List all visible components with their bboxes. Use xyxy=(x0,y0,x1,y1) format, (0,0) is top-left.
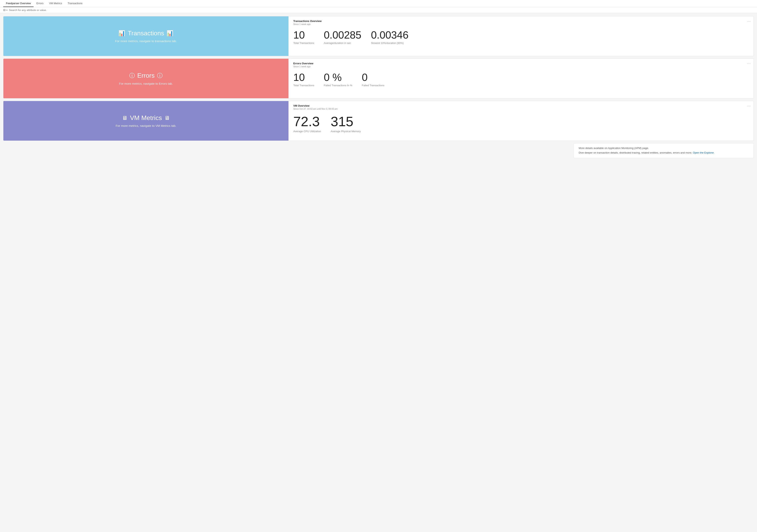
metric-avg-duration: 0.00285 Average/duration in sec xyxy=(324,29,361,44)
errors-subtitle: For more metrics, navigate to Errors tab… xyxy=(119,82,173,85)
filter-icon: ⊟ ▾ xyxy=(3,8,7,12)
main-content: 📊 Transactions 📊 For more metrics, navig… xyxy=(0,13,757,162)
slowest-duration-label: Slowest 10%/duration (90%) xyxy=(371,42,409,44)
vm-panel-title: 🖥 VM Metrics 🖥 xyxy=(122,114,170,122)
metric-total-transactions: 10 Total Transactions xyxy=(293,29,314,44)
transactions-since: Since 1 week ago xyxy=(293,23,749,25)
metric-errors-total: 10 Total Transactions xyxy=(293,72,314,87)
transactions-more-options[interactable]: ··· xyxy=(747,19,751,23)
errors-panel-header: Errors Overview Since 1 week ago xyxy=(293,62,749,68)
transactions-overview-title: Transactions Overview xyxy=(293,19,749,22)
errors-icon-left: ⓘ xyxy=(129,72,135,79)
vm-more-options[interactable]: ··· xyxy=(747,104,751,108)
memory-label: Average Physical Memory xyxy=(331,130,361,133)
tab-feedparser-overview[interactable]: Feedparser Overview xyxy=(3,0,34,7)
transactions-icon-right: 📊 xyxy=(167,30,173,37)
footer-area: More details available on Application Mo… xyxy=(3,143,754,158)
vm-since: Since Oct 27, 10:43 am until Nov 3, 09:4… xyxy=(293,108,749,110)
transactions-icon-left: 📊 xyxy=(118,30,125,37)
memory-value: 315 xyxy=(331,114,361,129)
errors-more-options[interactable]: ··· xyxy=(747,62,751,66)
vm-left-panel: 🖥 VM Metrics 🖥 For more metrics, navigat… xyxy=(3,101,288,141)
transactions-panel-title: 📊 Transactions 📊 xyxy=(118,30,173,37)
nav-tabs: Feedparser Overview Errors VM Metrics Tr… xyxy=(3,0,85,7)
transactions-left-panel: 📊 Transactions 📊 For more metrics, navig… xyxy=(3,16,288,56)
transactions-metrics: 10 Total Transactions 0.00285 Average/du… xyxy=(293,29,749,44)
slowest-duration-value: 0.00346 xyxy=(371,29,409,41)
vm-panel-header: VM Overview Since Oct 27, 10:43 am until… xyxy=(293,104,749,110)
transactions-section: 📊 Transactions 📊 For more metrics, navig… xyxy=(3,16,754,56)
vm-icon-right: 🖥 xyxy=(164,115,170,121)
errors-left-panel: ⓘ Errors ⓘ For more metrics, navigate to… xyxy=(3,59,288,98)
tab-transactions[interactable]: Transactions xyxy=(65,0,85,7)
transactions-panel-header: Transactions Overview Since 1 week ago xyxy=(293,19,749,25)
top-navigation: Feedparser Overview Errors VM Metrics Tr… xyxy=(0,0,757,7)
avg-duration-value: 0.00285 xyxy=(324,29,361,41)
vm-icon-left: 🖥 xyxy=(122,115,128,121)
errors-total-value: 10 xyxy=(293,72,314,83)
total-transactions-label: Total Transactions xyxy=(293,42,314,44)
cpu-value: 72.3 xyxy=(293,114,321,129)
filter-bar: ⊟ ▾ xyxy=(0,7,757,13)
transactions-right-panel: ··· Transactions Overview Since 1 week a… xyxy=(288,16,754,56)
transactions-subtitle: For more metrics, navigate to transactio… xyxy=(115,39,177,43)
search-input[interactable] xyxy=(9,9,754,12)
footer-line1: More details available on Application Mo… xyxy=(579,147,749,150)
open-explorer-link[interactable]: Open the Explorer. xyxy=(693,151,714,154)
avg-duration-label: Average/duration in sec xyxy=(324,42,361,44)
tab-errors[interactable]: Errors xyxy=(34,0,46,7)
footer-spacer xyxy=(3,143,288,158)
footer-section: More details available on Application Mo… xyxy=(574,143,754,158)
vm-section: 🖥 VM Metrics 🖥 For more metrics, navigat… xyxy=(3,101,754,141)
metric-cpu: 72.3 Average CPU Utilization xyxy=(293,114,321,133)
metric-failed-transactions: 0 Failed Transactions xyxy=(362,72,384,87)
errors-total-label: Total Transactions xyxy=(293,84,314,87)
failed-pct-value: 0 % xyxy=(324,72,352,83)
errors-right-panel: ··· Errors Overview Since 1 week ago 10 … xyxy=(288,59,754,98)
failed-transactions-label: Failed Transactions xyxy=(362,84,384,87)
vm-overview-title: VM Overview xyxy=(293,104,749,107)
vm-right-panel: ··· VM Overview Since Oct 27, 10:43 am u… xyxy=(288,101,754,141)
metric-slowest-duration: 0.00346 Slowest 10%/duration (90%) xyxy=(371,29,409,44)
vm-subtitle: For more metrics, navigate to VM Metrics… xyxy=(116,124,176,128)
failed-transactions-value: 0 xyxy=(362,72,384,83)
cpu-label: Average CPU Utilization xyxy=(293,130,321,133)
errors-metrics: 10 Total Transactions 0 % Failed Transac… xyxy=(293,72,749,87)
errors-section: ⓘ Errors ⓘ For more metrics, navigate to… xyxy=(3,59,754,99)
errors-since: Since 1 week ago xyxy=(293,65,749,68)
vm-metrics: 72.3 Average CPU Utilization 315 Average… xyxy=(293,114,749,133)
errors-panel-title: ⓘ Errors ⓘ xyxy=(129,72,163,79)
footer-line2: Dive deeper on transaction details, dist… xyxy=(579,151,749,155)
metric-memory: 315 Average Physical Memory xyxy=(331,114,361,133)
metric-failed-pct: 0 % Failed Transactions In % xyxy=(324,72,352,87)
errors-overview-title: Errors Overview xyxy=(293,62,749,65)
total-transactions-value: 10 xyxy=(293,29,314,41)
tab-vm-metrics[interactable]: VM Metrics xyxy=(46,0,65,7)
failed-pct-label: Failed Transactions In % xyxy=(324,84,352,87)
errors-icon-right: ⓘ xyxy=(157,72,163,79)
